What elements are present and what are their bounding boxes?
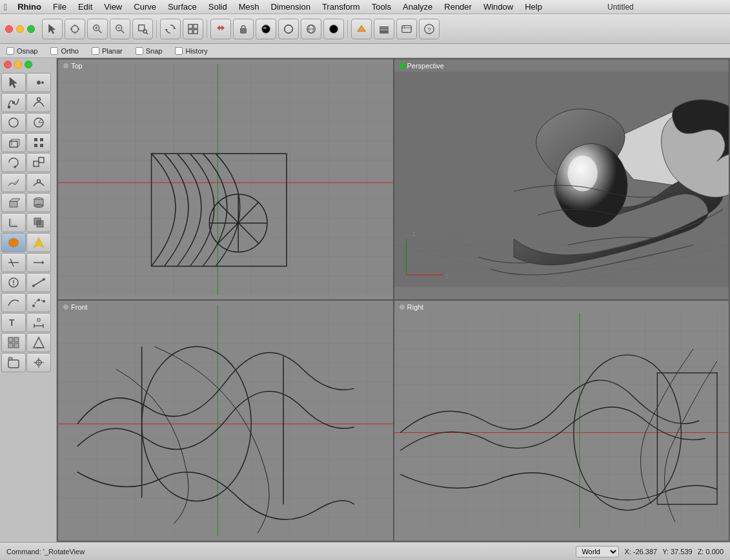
tool-row-10 bbox=[1, 253, 55, 272]
fillet-tool[interactable] bbox=[1, 213, 26, 232]
tool-row-7 bbox=[1, 193, 55, 212]
zoom-window-btn[interactable] bbox=[132, 19, 153, 39]
svg-rect-44 bbox=[12, 101, 15, 104]
minimize-button[interactable] bbox=[16, 25, 24, 33]
svg-point-25 bbox=[263, 26, 267, 29]
osnap-item[interactable]: Osnap bbox=[6, 47, 37, 55]
ortho-item[interactable]: Ortho bbox=[50, 47, 79, 55]
polyline-tool[interactable] bbox=[26, 293, 51, 312]
svg-point-42 bbox=[41, 81, 44, 84]
menu-surface[interactable]: Surface bbox=[163, 1, 202, 13]
coord-z: Z: 0.000 bbox=[698, 548, 724, 555]
rotate-view-btn[interactable] bbox=[160, 19, 181, 39]
svg-marker-56 bbox=[14, 165, 16, 168]
zoom-in-btn[interactable] bbox=[87, 19, 108, 39]
menu-file[interactable]: File bbox=[48, 1, 72, 13]
maximize-button[interactable] bbox=[27, 25, 35, 33]
snap-tool[interactable] bbox=[26, 353, 51, 372]
circle-tool[interactable] bbox=[1, 113, 26, 132]
curve-edit-tool[interactable] bbox=[26, 93, 51, 112]
svg-line-6 bbox=[99, 30, 102, 33]
menu-rhino[interactable]: Rhino bbox=[12, 1, 46, 13]
snap-checkbox[interactable] bbox=[136, 47, 143, 55]
grid-btn[interactable] bbox=[183, 19, 203, 39]
properties-btn[interactable] bbox=[396, 19, 417, 39]
svg-rect-34 bbox=[380, 29, 389, 31]
rotate-tool[interactable] bbox=[1, 153, 26, 172]
viewport-right[interactable]: Right bbox=[394, 300, 730, 541]
planar-item[interactable]: Planar bbox=[92, 47, 123, 55]
menu-tools[interactable]: Tools bbox=[367, 1, 396, 13]
sidebar-close-btn[interactable] bbox=[4, 61, 12, 68]
svg-rect-55 bbox=[40, 144, 43, 147]
zoom-out-btn[interactable] bbox=[110, 19, 130, 39]
menu-edit[interactable]: Edit bbox=[73, 1, 97, 13]
close-button[interactable] bbox=[5, 25, 13, 33]
sidebar-max-btn[interactable] bbox=[25, 61, 32, 68]
group-tool[interactable] bbox=[1, 353, 26, 372]
menu-analyze[interactable]: Analyze bbox=[398, 1, 438, 13]
select-tool[interactable] bbox=[1, 73, 26, 92]
help-btn[interactable]: ? bbox=[419, 19, 440, 39]
cylinder-tool[interactable] bbox=[26, 193, 51, 212]
trim-tool[interactable] bbox=[1, 253, 26, 272]
tool-row-6 bbox=[1, 173, 55, 192]
point-tool[interactable] bbox=[26, 73, 51, 92]
osnap-checkbox[interactable] bbox=[6, 47, 14, 55]
curve-draw-tool[interactable] bbox=[1, 293, 26, 312]
move-btn[interactable] bbox=[210, 19, 231, 39]
dimension-tool[interactable] bbox=[26, 313, 51, 332]
planar-checkbox[interactable] bbox=[92, 47, 99, 55]
surface-edit-tool[interactable] bbox=[26, 173, 51, 192]
boolean-tool[interactable] bbox=[26, 213, 51, 232]
left-sidebar: T bbox=[0, 58, 57, 542]
surface-from-curves[interactable] bbox=[1, 173, 26, 192]
globe-btn[interactable] bbox=[301, 19, 321, 39]
history-item[interactable]: History bbox=[175, 47, 207, 55]
solid-box-tool[interactable] bbox=[1, 193, 26, 212]
viewport-front[interactable]: Front bbox=[57, 300, 394, 541]
apple-logo-icon[interactable]:  bbox=[4, 2, 7, 12]
menu-transform[interactable]: Transform bbox=[317, 1, 365, 13]
pan-tool-btn[interactable] bbox=[65, 19, 85, 39]
snap-item[interactable]: Snap bbox=[136, 47, 163, 55]
tool-row-1 bbox=[1, 73, 55, 92]
lock-btn[interactable] bbox=[233, 19, 254, 39]
menu-window[interactable]: Window bbox=[478, 1, 518, 13]
distance-tool[interactable] bbox=[26, 273, 51, 292]
sidebar-min-btn[interactable] bbox=[14, 61, 22, 68]
menu-curve[interactable]: Curve bbox=[128, 1, 161, 13]
menu-dimension[interactable]: Dimension bbox=[265, 1, 315, 13]
viewport-perspective[interactable]: Perspective bbox=[394, 59, 730, 300]
svg-point-79 bbox=[37, 299, 40, 301]
extend-tool[interactable] bbox=[26, 253, 51, 272]
transform-tool[interactable] bbox=[26, 153, 51, 172]
point-edit-tool[interactable] bbox=[26, 133, 51, 152]
coord-system-dropdown[interactable]: World CPlane bbox=[576, 546, 619, 557]
ortho-checkbox[interactable] bbox=[50, 47, 58, 55]
viewport-top[interactable]: Top bbox=[57, 59, 394, 300]
layers-btn[interactable] bbox=[374, 19, 394, 39]
menu-render[interactable]: Render bbox=[439, 1, 477, 13]
analyze-tool[interactable] bbox=[1, 273, 26, 292]
history-checkbox[interactable] bbox=[175, 47, 183, 55]
text-tool[interactable]: T bbox=[1, 313, 26, 332]
box-tool[interactable] bbox=[1, 133, 26, 152]
arrow-tool[interactable] bbox=[26, 233, 51, 252]
arc-tool[interactable] bbox=[26, 113, 51, 132]
material-btn[interactable] bbox=[256, 19, 276, 39]
menu-mesh[interactable]: Mesh bbox=[234, 1, 265, 13]
menu-view[interactable]: View bbox=[99, 1, 127, 13]
cursor-tool-btn[interactable] bbox=[42, 19, 63, 39]
gear-plugin-tool[interactable] bbox=[1, 233, 26, 252]
menu-extra-btn[interactable] bbox=[351, 19, 372, 39]
layout-tool[interactable] bbox=[1, 333, 26, 352]
display-mode-btn[interactable] bbox=[323, 19, 344, 39]
toolbar: ? bbox=[0, 14, 730, 44]
viewport-tool[interactable] bbox=[26, 333, 51, 352]
menu-solid[interactable]: Solid bbox=[203, 1, 232, 13]
render-preview-btn[interactable] bbox=[278, 19, 299, 39]
menu-help[interactable]: Help bbox=[520, 1, 547, 13]
svg-rect-18 bbox=[194, 24, 198, 28]
curve-tool[interactable] bbox=[1, 93, 26, 112]
